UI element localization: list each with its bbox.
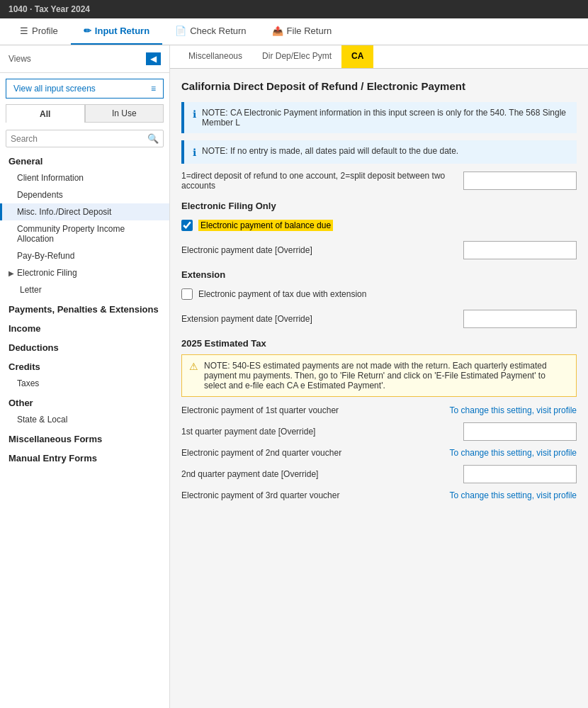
edit-icon: ✏ xyxy=(84,26,91,36)
sidebar-item-state-local[interactable]: State & Local xyxy=(0,411,169,428)
extension-payment-date-input[interactable] xyxy=(463,310,577,328)
section-deductions[interactable]: Deductions xyxy=(0,337,169,356)
sidebar-views-header: Views ◀ xyxy=(0,45,169,73)
estimated-tax-note: ⚠ NOTE: 540-ES estimated payments are no… xyxy=(181,354,577,397)
search-input[interactable] xyxy=(11,134,147,144)
elec-payment-balance-checkbox[interactable] xyxy=(181,220,193,231)
sidebar: Views ◀ View all input screens ≡ All In … xyxy=(0,45,170,708)
main-tab-bar: ☰ Profile ✏ Input Return 📄 Check Return … xyxy=(0,18,588,45)
section-income[interactable]: Income xyxy=(0,318,169,337)
extension-payment-label: Electronic payment of tax due with exten… xyxy=(198,289,366,299)
q2-date-label: 2nd quarter payment date [Override] xyxy=(181,469,456,479)
info-box-1: ℹ NOTE: CA Electronic Payment informatio… xyxy=(181,102,577,133)
q3-voucher-row: Electronic payment of 3rd quarter vouche… xyxy=(181,490,577,500)
profile-icon: ☰ xyxy=(20,26,28,36)
sidebar-item-electronic-filing[interactable]: ▶ Electronic Filing xyxy=(0,264,169,281)
extension-payment-checkbox-row: Electronic payment of tax due with exten… xyxy=(181,286,577,303)
direct-deposit-input[interactable] xyxy=(463,172,577,190)
q2-date-row: 2nd quarter payment date [Override] xyxy=(181,465,577,483)
sidebar-item-letter[interactable]: Letter xyxy=(0,281,169,298)
sidebar-item-taxes[interactable]: Taxes xyxy=(0,375,169,392)
section-payments[interactable]: Payments, Penalties & Extensions xyxy=(0,298,169,318)
app-title: 1040 · Tax Year 2024 xyxy=(9,4,90,14)
toggle-all-button[interactable]: All xyxy=(6,104,85,123)
q1-date-input[interactable] xyxy=(463,422,577,441)
tab-profile[interactable]: ☰ Profile xyxy=(7,18,71,45)
sidebar-item-community-property[interactable]: Community Property Income Allocation xyxy=(0,220,169,247)
tab-ca[interactable]: CA xyxy=(341,45,373,68)
extension-payment-date-label: Extension payment date [Override] xyxy=(181,314,456,324)
page-title: California Direct Deposit of Refund / El… xyxy=(181,80,577,92)
content-tabs: Miscellaneous Dir Dep/Elec Pymt CA xyxy=(170,45,588,69)
elec-payment-balance-checkbox-row: Electronic payment of balance due xyxy=(181,217,577,234)
extension-payment-checkbox[interactable] xyxy=(181,288,193,300)
check-icon: 📄 xyxy=(175,26,186,36)
sidebar-item-dependents[interactable]: Dependents xyxy=(0,186,169,203)
q2-voucher-link[interactable]: To change this setting, visit profile xyxy=(450,448,577,458)
info-icon-1: ℹ xyxy=(193,108,196,120)
sidebar-item-misc-direct-deposit[interactable]: Misc. Info./Direct Deposit xyxy=(0,203,169,220)
q1-voucher-row: Electronic payment of 1st quarter vouche… xyxy=(181,405,577,415)
tab-input-return[interactable]: ✏ Input Return xyxy=(71,18,162,45)
tab-check-return[interactable]: 📄 Check Return xyxy=(162,18,259,45)
content-body: California Direct Deposit of Refund / El… xyxy=(170,69,588,708)
warning-icon: ⚠ xyxy=(189,361,198,390)
q1-date-row: 1st quarter payment date [Override] xyxy=(181,422,577,441)
elec-payment-balance-label: Electronic payment of balance due xyxy=(198,220,333,231)
info-icon-2: ℹ xyxy=(193,147,196,158)
search-icon: 🔍 xyxy=(147,133,159,144)
section-misc-forms[interactable]: Miscellaneous Forms xyxy=(0,428,169,447)
estimated-note-text: NOTE: 540-ES estimated payments are not … xyxy=(204,361,569,390)
tab-dir-dep-elec-pymt[interactable]: Dir Dep/Elec Pymt xyxy=(252,45,341,68)
q1-voucher-link[interactable]: To change this setting, visit profile xyxy=(450,405,577,415)
elec-payment-date-input[interactable] xyxy=(463,241,577,259)
q3-voucher-link[interactable]: To change this setting, visit profile xyxy=(450,490,577,500)
search-box: 🔍 xyxy=(6,130,164,147)
collapse-icon[interactable]: ◀ xyxy=(146,52,161,65)
section-credits[interactable]: Credits xyxy=(0,356,169,375)
all-inuse-toggle: All In Use xyxy=(6,104,164,123)
expand-arrow-icon: ▶ xyxy=(9,269,14,277)
top-bar: 1040 · Tax Year 2024 xyxy=(0,0,588,18)
tab-miscellaneous[interactable]: Miscellaneous xyxy=(179,45,252,68)
electronic-filing-section-title: Electronic Filing Only xyxy=(181,201,577,211)
file-icon: 📤 xyxy=(272,26,283,36)
tab-file-return[interactable]: 📤 File Return xyxy=(259,18,345,45)
list-icon: ≡ xyxy=(151,84,156,94)
elec-payment-date-row: Electronic payment date [Override] xyxy=(181,241,577,259)
note-text-2: NOTE: If no entry is made, all dates pai… xyxy=(202,146,458,156)
section-general: General xyxy=(0,150,169,169)
q3-voucher-label: Electronic payment of 3rd quarter vouche… xyxy=(181,490,443,500)
estimated-tax-section-title: 2025 Estimated Tax xyxy=(181,338,577,349)
section-other[interactable]: Other xyxy=(0,392,169,411)
section-manual-forms[interactable]: Manual Entry Forms xyxy=(0,447,169,466)
q2-voucher-row: Electronic payment of 2nd quarter vouche… xyxy=(181,448,577,458)
note-text-1: NOTE: CA Electronic Payment information … xyxy=(202,108,568,128)
q1-voucher-label: Electronic payment of 1st quarter vouche… xyxy=(181,405,443,415)
view-all-button[interactable]: View all input screens ≡ xyxy=(6,79,164,99)
direct-deposit-label: 1=direct deposit of refund to one accoun… xyxy=(181,171,456,191)
views-label: Views xyxy=(9,54,31,64)
q2-date-input[interactable] xyxy=(463,465,577,483)
main-layout: Views ◀ View all input screens ≡ All In … xyxy=(0,45,588,708)
extension-payment-date-row: Extension payment date [Override] xyxy=(181,310,577,328)
toggle-inuse-button[interactable]: In Use xyxy=(85,104,164,123)
q2-voucher-label: Electronic payment of 2nd quarter vouche… xyxy=(181,448,443,458)
elec-payment-date-label: Electronic payment date [Override] xyxy=(181,245,456,255)
extension-section-title: Extension xyxy=(181,269,577,280)
sidebar-item-pay-by-refund[interactable]: Pay-By-Refund xyxy=(0,247,169,264)
q1-date-label: 1st quarter payment date [Override] xyxy=(181,427,456,437)
content-area: Miscellaneous Dir Dep/Elec Pymt CA Calif… xyxy=(170,45,588,708)
direct-deposit-row: 1=direct deposit of refund to one accoun… xyxy=(181,171,577,191)
sidebar-item-client-info[interactable]: Client Information xyxy=(0,169,169,186)
info-box-2: ℹ NOTE: If no entry is made, all dates p… xyxy=(181,140,577,164)
